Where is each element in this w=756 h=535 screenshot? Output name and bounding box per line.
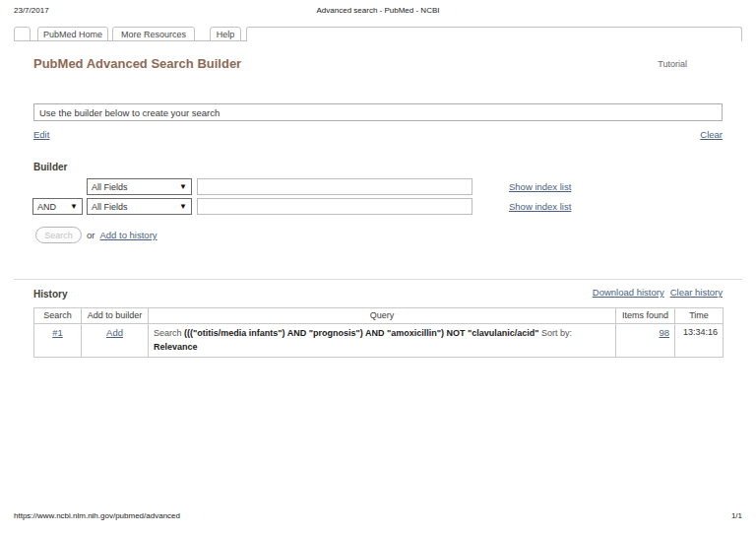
history-links: Download history Clear history bbox=[593, 287, 723, 298]
col-header-add-to-builder: Add to builder bbox=[82, 308, 149, 324]
col-header-items-found: Items found bbox=[616, 308, 675, 324]
field-select-value: All Fields bbox=[92, 182, 128, 192]
tab-help[interactable]: Help bbox=[210, 27, 241, 41]
history-table-row: #1 Add Search ((("otitis/media infants")… bbox=[34, 324, 724, 358]
query-prefix: Search bbox=[154, 328, 184, 338]
download-history-link[interactable]: Download history bbox=[593, 287, 664, 298]
col-header-search: Search bbox=[34, 308, 82, 324]
show-index-list-link[interactable]: Show index list bbox=[509, 181, 571, 192]
clear-link[interactable]: Clear bbox=[700, 129, 723, 140]
section-divider bbox=[14, 279, 742, 280]
show-index-list-link[interactable]: Show index list bbox=[509, 201, 571, 212]
history-table: Search Add to builder Query Items found … bbox=[33, 307, 724, 358]
tab-strip-filler bbox=[246, 27, 742, 41]
term-input[interactable] bbox=[197, 178, 472, 195]
search-button[interactable]: Search bbox=[35, 227, 82, 243]
search-query-input[interactable] bbox=[33, 103, 723, 121]
query-sort-label: Sort by: bbox=[539, 328, 573, 338]
print-footer-url: https://www.ncbi.nlm.nih.gov/pubmed/adva… bbox=[14, 511, 180, 520]
field-select-value: All Fields bbox=[92, 202, 128, 212]
boolean-select[interactable]: AND ▼ bbox=[32, 198, 83, 215]
clear-history-link[interactable]: Clear history bbox=[670, 287, 723, 298]
dropdown-arrow-icon: ▼ bbox=[70, 203, 78, 211]
tutorial-link[interactable]: Tutorial bbox=[658, 59, 687, 69]
tab-strip: PubMed Home More Resources Help bbox=[14, 27, 742, 41]
add-to-history-link[interactable]: Add to history bbox=[99, 230, 157, 240]
builder-actions: Search or Add to history bbox=[35, 227, 158, 243]
term-input[interactable] bbox=[197, 198, 472, 215]
field-select[interactable]: All Fields ▼ bbox=[87, 178, 192, 195]
time-value: 13:34:16 bbox=[675, 324, 724, 358]
boolean-select-value: AND bbox=[37, 202, 56, 212]
field-select[interactable]: All Fields ▼ bbox=[87, 198, 192, 215]
query-cell: Search ((("otitis/media infants") AND "p… bbox=[149, 324, 616, 358]
items-found-link[interactable]: 98 bbox=[659, 327, 669, 338]
dropdown-arrow-icon: ▼ bbox=[179, 183, 187, 191]
history-table-header-row: Search Add to builder Query Items found … bbox=[34, 308, 724, 324]
or-text: or bbox=[87, 230, 94, 240]
search-number-link[interactable]: #1 bbox=[52, 327, 63, 338]
tab-pubmed-home[interactable]: PubMed Home bbox=[37, 27, 108, 41]
builder-heading: Builder bbox=[33, 162, 67, 172]
dropdown-arrow-icon: ▼ bbox=[179, 203, 187, 211]
edit-link[interactable]: Edit bbox=[33, 129, 49, 140]
query-sort-value: Relevance bbox=[154, 341, 610, 355]
col-header-time: Time bbox=[675, 308, 724, 324]
add-to-builder-link[interactable]: Add bbox=[106, 327, 123, 338]
query-text: ((("otitis/media infants") AND "prognosi… bbox=[184, 328, 539, 338]
page-title: PubMed Advanced Search Builder bbox=[33, 56, 241, 71]
tab-more-resources[interactable]: More Resources bbox=[112, 27, 195, 41]
history-heading: History bbox=[33, 289, 67, 300]
print-footer-page-number: 1/1 bbox=[731, 511, 742, 520]
col-header-query: Query bbox=[149, 308, 616, 324]
ncbi-logo-placeholder[interactable] bbox=[14, 27, 31, 41]
print-title: Advanced search - PubMed - NCBI bbox=[0, 6, 756, 15]
